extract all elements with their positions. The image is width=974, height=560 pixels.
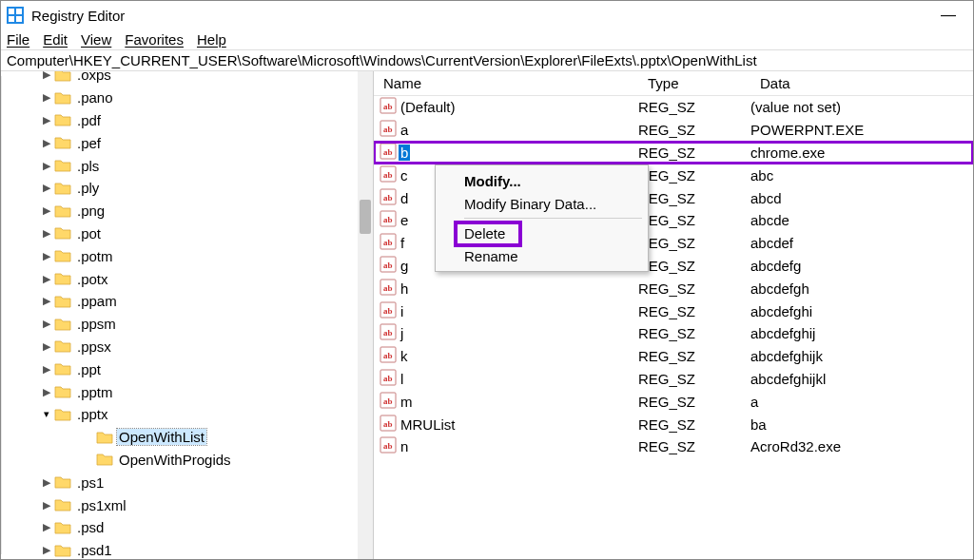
value-type: REG_SZ bbox=[638, 325, 750, 341]
value-data: a bbox=[750, 394, 973, 410]
context-menu-item[interactable]: Modify Binary Data... bbox=[438, 192, 646, 215]
tree-item[interactable]: ▶.png bbox=[10, 200, 358, 222]
value-type: REG_SZ bbox=[638, 190, 750, 206]
tree-item[interactable]: ▶.ps1xml bbox=[10, 493, 358, 516]
list-row[interactable]: MRUListREG_SZba bbox=[374, 413, 973, 435]
tree-item[interactable]: ▶.oxps bbox=[10, 71, 358, 87]
value-type: REG_SZ bbox=[638, 438, 750, 454]
tree-pane: ▶.oxps▶.pano▶.pdf▶.pef▶.pls▶.ply▶.png▶.p… bbox=[1, 71, 374, 559]
value-data: (value not set) bbox=[750, 99, 973, 115]
tree-item[interactable]: ▶.pef bbox=[10, 131, 358, 154]
tree-item[interactable]: ▶.ps1 bbox=[10, 471, 358, 493]
context-menu-item[interactable]: Rename bbox=[438, 244, 646, 267]
menu-view[interactable]: View bbox=[81, 31, 111, 48]
list-row[interactable]: aREG_SZPOWERPNT.EXE bbox=[374, 119, 973, 142]
tree-item[interactable]: ▶.psd1 bbox=[10, 539, 358, 559]
tree-item[interactable]: ▶.pot bbox=[10, 222, 358, 245]
tree-item[interactable]: ▶.psd bbox=[10, 516, 358, 539]
scrollbar-thumb[interactable] bbox=[360, 200, 371, 234]
tree-item[interactable]: OpenWithProgids bbox=[10, 449, 358, 472]
tree-item[interactable]: OpenWithList bbox=[10, 426, 358, 449]
value-data: abcde bbox=[750, 212, 973, 228]
tree-item-label: .potm bbox=[75, 248, 115, 264]
value-data: abcdefghi bbox=[750, 303, 973, 319]
tree-item-label: .ps1 bbox=[75, 474, 106, 491]
tree-item-label: .psd bbox=[75, 519, 106, 535]
tree-item-label: .ppt bbox=[75, 361, 103, 377]
list-row[interactable]: hREG_SZabcdefgh bbox=[374, 277, 973, 299]
list-row[interactable]: (Default)REG_SZ(value not set) bbox=[374, 96, 973, 119]
value-name: h bbox=[400, 280, 408, 297]
context-menu-item[interactable]: Delete bbox=[438, 222, 646, 244]
value-data: abcdefghij bbox=[750, 325, 973, 341]
value-data: abcdefghijkl bbox=[750, 371, 973, 387]
value-name: f bbox=[400, 235, 404, 251]
tree-item-label: .psd1 bbox=[75, 542, 114, 558]
minimize-button[interactable]: — bbox=[929, 7, 967, 24]
value-data: chrome.exe bbox=[750, 145, 973, 161]
list-row[interactable]: lREG_SZabcdefghijkl bbox=[374, 368, 973, 391]
string-value-icon bbox=[380, 392, 400, 412]
app-icon bbox=[7, 7, 24, 24]
tree-item[interactable]: ▶.ply bbox=[10, 177, 358, 200]
value-name: (Default) bbox=[400, 99, 456, 115]
context-menu-item[interactable]: Modify... bbox=[438, 169, 646, 192]
tree-item[interactable]: ▶.pls bbox=[10, 154, 358, 177]
value-data: abcdefghijk bbox=[750, 348, 973, 364]
tree-item[interactable]: ▶.ppam bbox=[10, 290, 358, 313]
col-header-type[interactable]: Type bbox=[638, 75, 750, 91]
tree-item-label: .ppsx bbox=[75, 338, 113, 355]
tree-item-label: .ply bbox=[75, 180, 101, 196]
tree-item-label: .png bbox=[75, 203, 107, 219]
value-type: REG_SZ bbox=[638, 122, 750, 138]
tree-item[interactable]: ▶.ppsm bbox=[10, 313, 358, 336]
value-type: REG_SZ bbox=[638, 258, 750, 274]
menubar: File Edit View Favorites Help bbox=[1, 29, 973, 49]
string-value-icon bbox=[380, 210, 400, 230]
value-data: abcd bbox=[750, 190, 973, 206]
col-header-data[interactable]: Data bbox=[750, 75, 973, 91]
string-value-icon bbox=[380, 436, 400, 456]
value-name: c bbox=[400, 167, 408, 183]
menu-file[interactable]: File bbox=[7, 31, 29, 48]
tree-item-label: .pdf bbox=[75, 112, 103, 128]
string-value-icon bbox=[380, 256, 400, 276]
list-header: Name Type Data bbox=[374, 71, 973, 96]
tree-guide-line bbox=[1, 76, 9, 554]
list-row[interactable]: mREG_SZa bbox=[374, 390, 973, 413]
tree-item[interactable]: ▶.potm bbox=[10, 244, 358, 267]
col-header-name[interactable]: Name bbox=[374, 75, 638, 91]
value-data: abcdef bbox=[750, 235, 973, 251]
address-bar[interactable]: Computer\HKEY_CURRENT_USER\Software\Micr… bbox=[1, 49, 973, 71]
value-name: b bbox=[399, 145, 410, 161]
tree-item-label: .ppsm bbox=[75, 316, 118, 332]
menu-edit[interactable]: Edit bbox=[43, 31, 68, 48]
menu-separator bbox=[464, 218, 642, 219]
window: Registry Editor — File Edit View Favorit… bbox=[0, 0, 974, 560]
tree-scrollbar[interactable] bbox=[358, 71, 373, 559]
value-type: REG_SZ bbox=[638, 99, 750, 115]
list-row[interactable]: jREG_SZabcdefghij bbox=[374, 322, 973, 345]
tree-item[interactable]: ▶.ppt bbox=[10, 357, 358, 380]
list-row[interactable]: iREG_SZabcdefghi bbox=[374, 299, 973, 322]
tree-item[interactable]: ▶.pdf bbox=[10, 109, 358, 132]
menu-help[interactable]: Help bbox=[197, 31, 226, 48]
value-type: REG_SZ bbox=[638, 280, 750, 297]
tree-item[interactable]: ▶.pano bbox=[10, 87, 358, 109]
list-row[interactable]: kREG_SZabcdefghijk bbox=[374, 345, 973, 368]
value-data: POWERPNT.EXE bbox=[750, 122, 973, 138]
tree-item-label: .ppam bbox=[75, 293, 119, 309]
value-name: g bbox=[400, 258, 408, 274]
value-type: REG_SZ bbox=[638, 371, 750, 387]
tree-item-label: .pptx bbox=[75, 406, 110, 422]
tree-item[interactable]: ▶.pptm bbox=[10, 380, 358, 403]
string-value-icon bbox=[380, 97, 400, 117]
tree-item[interactable]: ▶.potx bbox=[10, 267, 358, 290]
list-row[interactable]: nREG_SZAcroRd32.exe bbox=[374, 435, 973, 458]
string-value-icon bbox=[380, 415, 400, 434]
list-row[interactable]: bREG_SZchrome.exe bbox=[374, 142, 973, 164]
tree-item-label: OpenWithProgids bbox=[117, 452, 233, 468]
menu-favorites[interactable]: Favorites bbox=[125, 31, 184, 48]
tree-item[interactable]: ▾.pptx bbox=[10, 403, 358, 426]
tree-item[interactable]: ▶.ppsx bbox=[10, 336, 358, 358]
